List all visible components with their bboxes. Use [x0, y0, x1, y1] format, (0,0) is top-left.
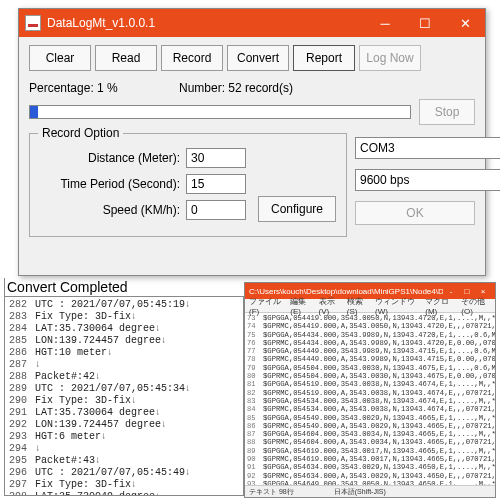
record-button[interactable]: Record	[161, 45, 223, 71]
stop-button[interactable]: Stop	[419, 99, 475, 125]
menu-item[interactable]: 表示(V)	[319, 296, 341, 316]
nmea-line: 77$GPGGA,054449.000,3543.9989,N,13943.47…	[247, 347, 493, 355]
speed-label: Speed (KM/h):	[103, 203, 180, 217]
lognow-button[interactable]: Log Now	[359, 45, 421, 71]
close-button[interactable]: ✕	[445, 9, 485, 37]
log-line: 282UTC : 2021/07/07,05:45:19↓	[9, 299, 239, 311]
nmea-line: 80$GPRMC,054504.000,A,3543.0030,N,13943.…	[247, 372, 493, 380]
log-window[interactable]: 282UTC : 2021/07/07,05:45:19↓283Fix Type…	[4, 296, 244, 496]
log-line: 287↓	[9, 359, 239, 371]
nmea-line: 87$GPGGA,054604.000,3543.0034,N,13943.46…	[247, 430, 493, 438]
minimize-button[interactable]: -	[443, 287, 459, 296]
nmea-statusbar: テキスト 98行 日本語(Shift-JIS)	[245, 485, 495, 497]
log-line: 285LON:139.724457 degree↓	[9, 335, 239, 347]
nmea-line: 76$GPRMC,054434.000,A,3543.9989,N,13943.…	[247, 339, 493, 347]
nmea-line: 75$GPGGA,054434.000,3543.9989,N,13943.47…	[247, 331, 493, 339]
nmea-line: 73$GPGGA,054419.000,3543.0050,N,13943.47…	[247, 314, 493, 322]
menu-item[interactable]: 検索(S)	[347, 296, 369, 316]
read-button[interactable]: Read	[95, 45, 157, 71]
nmea-window: C:\Users\kouch\Desktop\download\MiniGPS1…	[244, 282, 496, 498]
window-title: DataLogMt_v1.0.0.1	[47, 16, 365, 30]
nmea-line: 86$GPRMC,054549.000,A,3543.0029,N,13943.…	[247, 422, 493, 430]
maximize-button[interactable]: □	[459, 287, 475, 296]
nmea-body[interactable]: 73$GPGGA,054419.000,3543.0050,N,13943.47…	[245, 313, 495, 498]
report-button[interactable]: Report	[293, 45, 355, 71]
time-input[interactable]	[186, 174, 246, 194]
nmea-window-controls: - □ ×	[443, 287, 491, 296]
port-input[interactable]	[355, 137, 500, 159]
time-row: Time Period (Second):	[40, 174, 246, 194]
nmea-status-right: 日本語(Shift-JIS)	[334, 487, 386, 497]
distance-label: Distance (Meter):	[88, 151, 180, 165]
log-line: 288Packet#:42↓	[9, 371, 239, 383]
record-option-fieldset: Record Option Distance (Meter): Time Per…	[29, 133, 347, 237]
menu-item[interactable]: 編集(E)	[290, 296, 312, 316]
convert-completed-label: Convert Completed	[4, 278, 130, 296]
log-line: 291LAT:35.730064 degree↓	[9, 407, 239, 419]
log-line: 284LAT:35.730064 degree↓	[9, 323, 239, 335]
window-controls: ─ ☐ ✕	[365, 9, 485, 37]
right-column: ▼ ▼ OK	[355, 133, 475, 237]
minimize-button[interactable]: ─	[365, 9, 405, 37]
maximize-button[interactable]: ☐	[405, 9, 445, 37]
nmea-line: 78$GPRMC,054449.000,A,3543.9989,N,13943.…	[247, 355, 493, 363]
nmea-line: 89$GPGGA,054619.000,3543.0017,N,13943.46…	[247, 447, 493, 455]
number-label: Number: 52 record(s)	[179, 81, 293, 95]
main-body: Clear Read Record Convert Report Log Now…	[19, 37, 485, 243]
app-icon	[25, 15, 41, 31]
nmea-line: 90$GPRMC,054619.000,A,3543.0017,N,13943.…	[247, 455, 493, 463]
convert-button[interactable]: Convert	[227, 45, 289, 71]
nmea-line: 92$GPRMC,054634.000,A,3543.0029,N,13943.…	[247, 472, 493, 480]
menu-item[interactable]: マクロ(M)	[425, 296, 455, 316]
nmea-menubar[interactable]: ファイル(F)編集(E)表示(V)検索(S)ウィンドウ(W)マクロ(M)その他(…	[245, 299, 495, 313]
nmea-line: 82$GPRMC,054519.000,A,3543.0038,N,13943.…	[247, 389, 493, 397]
log-line: 290Fix Type: 3D-fix↓	[9, 395, 239, 407]
time-label: Time Period (Second):	[60, 177, 180, 191]
configure-button[interactable]: Configure	[258, 196, 336, 222]
nmea-line: 84$GPRMC,054534.000,A,3543.0038,N,13943.…	[247, 405, 493, 413]
menu-item[interactable]: その他(O)	[461, 296, 491, 316]
progress-bar	[29, 105, 411, 119]
port-combo[interactable]: ▼	[355, 137, 475, 159]
distance-row: Distance (Meter):	[40, 148, 246, 168]
nmea-line: 88$GPRMC,054604.000,A,3543.0034,N,13943.…	[247, 438, 493, 446]
log-line: 298LAT:35.730049 degree↓	[9, 491, 239, 496]
log-line: 292LON:139.724457 degree↓	[9, 419, 239, 431]
ok-button[interactable]: OK	[355, 201, 475, 225]
menu-item[interactable]: ウィンドウ(W)	[375, 296, 419, 316]
log-line: 295Packet#:43↓	[9, 455, 239, 467]
clear-button[interactable]: Clear	[29, 45, 91, 71]
titlebar[interactable]: DataLogMt_v1.0.0.1 ─ ☐ ✕	[19, 9, 485, 37]
speed-row: Speed (KM/h):	[40, 200, 246, 220]
nmea-line: 81$GPGGA,054519.000,3543.0038,N,13943.46…	[247, 380, 493, 388]
baud-combo[interactable]: ▼	[355, 169, 475, 191]
log-line: 294↓	[9, 443, 239, 455]
log-line: 289UTC : 2021/07/07,05:45:34↓	[9, 383, 239, 395]
close-button[interactable]: ×	[475, 287, 491, 296]
log-line: 297Fix Type: 3D-fix↓	[9, 479, 239, 491]
status-row: Percentage: 1 % Number: 52 record(s)	[29, 81, 475, 95]
nmea-status-left: テキスト 98行	[249, 487, 294, 497]
nmea-line: 83$GPGGA,054534.000,3543.0038,N,13943.46…	[247, 397, 493, 405]
log-line: 283Fix Type: 3D-fix↓	[9, 311, 239, 323]
distance-input[interactable]	[186, 148, 246, 168]
nmea-line: 91$GPGGA,054634.000,3543.0029,N,13943.46…	[247, 463, 493, 471]
record-option-legend: Record Option	[38, 126, 123, 140]
main-window: DataLogMt_v1.0.0.1 ─ ☐ ✕ Clear Read Reco…	[18, 8, 486, 276]
progress-fill	[30, 106, 38, 118]
nmea-line: 79$GPGGA,054504.000,3543.0030,N,13943.46…	[247, 364, 493, 372]
nmea-line: 74$GPRMC,054419.000,A,3543.0050,N,13943.…	[247, 322, 493, 330]
progress-row: Stop	[29, 99, 475, 125]
toolbar: Clear Read Record Convert Report Log Now	[29, 45, 475, 71]
speed-input[interactable]	[186, 200, 246, 220]
log-line: 286HGT:10 meter↓	[9, 347, 239, 359]
log-line: 296UTC : 2021/07/07,05:45:49↓	[9, 467, 239, 479]
percentage-label: Percentage: 1 %	[29, 81, 179, 95]
lower-panel: Record Option Distance (Meter): Time Per…	[29, 133, 475, 237]
log-line: 293HGT:6 meter↓	[9, 431, 239, 443]
nmea-line: 85$GPGGA,054549.000,3543.0029,N,13943.46…	[247, 414, 493, 422]
menu-item[interactable]: ファイル(F)	[249, 296, 284, 316]
baud-input[interactable]	[355, 169, 500, 191]
